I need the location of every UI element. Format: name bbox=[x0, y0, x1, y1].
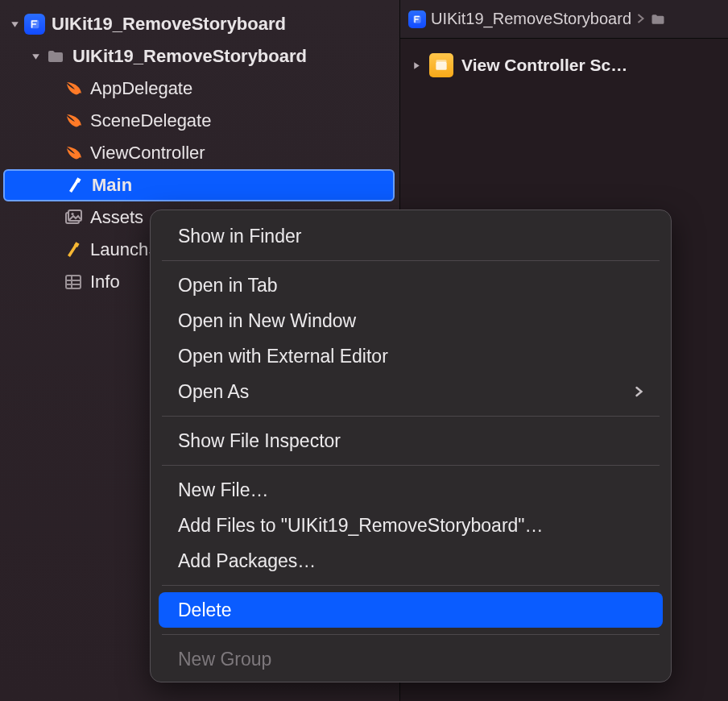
menu-item-label: Add Files to "UIKit19_RemoveStoryboard"… bbox=[178, 515, 544, 537]
menu-item-label: Open As bbox=[178, 381, 249, 403]
swift-file-icon bbox=[63, 143, 84, 164]
menu-delete[interactable]: Delete bbox=[159, 592, 663, 628]
menu-separator bbox=[162, 260, 660, 261]
project-name: UIKit19_RemoveStoryboard bbox=[52, 14, 286, 35]
file-label: AppDelegate bbox=[90, 78, 192, 99]
project-row[interactable]: UIKit19_RemoveStoryboard bbox=[0, 8, 399, 40]
file-label: ViewController bbox=[90, 143, 205, 164]
menu-separator bbox=[162, 634, 660, 635]
chevron-right-icon bbox=[636, 10, 645, 28]
disclosure-triangle-icon[interactable] bbox=[29, 50, 42, 63]
menu-separator bbox=[162, 465, 660, 466]
menu-show-in-finder[interactable]: Show in Finder bbox=[159, 218, 663, 254]
xcode-project-icon bbox=[24, 14, 45, 35]
menu-new-group[interactable]: New Group bbox=[159, 641, 663, 677]
menu-separator bbox=[162, 416, 660, 417]
svg-point-4 bbox=[71, 213, 73, 215]
storyboard-file-icon bbox=[64, 175, 85, 196]
file-scenedelegate[interactable]: SceneDelegate bbox=[0, 105, 399, 137]
menu-item-label: Show in Finder bbox=[178, 226, 301, 247]
folder-icon bbox=[650, 11, 668, 27]
file-main-storyboard[interactable]: Main bbox=[3, 169, 395, 201]
menu-open-in-new-window[interactable]: Open in New Window bbox=[159, 303, 663, 338]
folder-row[interactable]: UIKit19_RemoveStoryboard bbox=[0, 40, 399, 73]
file-label: Info bbox=[90, 272, 120, 292]
menu-item-label: Show File Inspector bbox=[178, 430, 341, 452]
swift-file-icon bbox=[63, 78, 84, 99]
svg-rect-11 bbox=[436, 62, 446, 70]
menu-item-label: Add Packages… bbox=[178, 550, 316, 572]
context-menu: Show in Finder Open in Tab Open in New W… bbox=[150, 209, 672, 682]
storyboard-file-icon bbox=[63, 239, 84, 260]
menu-open-with-external-editor[interactable]: Open with External Editor bbox=[159, 338, 663, 374]
scene-icon bbox=[429, 53, 453, 77]
swift-file-icon bbox=[63, 110, 84, 131]
plist-file-icon bbox=[63, 272, 84, 292]
menu-item-label: New Group bbox=[178, 649, 271, 670]
disclosure-triangle-icon[interactable] bbox=[410, 59, 423, 72]
file-viewcontroller[interactable]: ViewController bbox=[0, 137, 399, 169]
svg-rect-6 bbox=[66, 276, 81, 288]
xcode-project-icon bbox=[408, 10, 426, 28]
document-outline-row[interactable]: View Controller Sc… bbox=[400, 39, 728, 92]
menu-item-label: Delete bbox=[178, 599, 231, 621]
file-appdelegate[interactable]: AppDelegate bbox=[0, 73, 399, 105]
chevron-right-icon bbox=[635, 381, 643, 403]
folder-name: UIKit19_RemoveStoryboard bbox=[72, 46, 307, 67]
menu-open-in-tab[interactable]: Open in Tab bbox=[159, 268, 663, 303]
file-label: Main bbox=[92, 175, 132, 196]
menu-add-packages[interactable]: Add Packages… bbox=[159, 543, 663, 579]
breadcrumb[interactable]: UIKit19_RemoveStoryboard bbox=[400, 0, 728, 39]
breadcrumb-item[interactable]: UIKit19_RemoveStoryboard bbox=[431, 10, 631, 28]
menu-item-label: Open with External Editor bbox=[178, 346, 388, 367]
menu-item-label: Open in Tab bbox=[178, 275, 278, 297]
menu-item-label: New File… bbox=[178, 479, 268, 501]
folder-icon bbox=[45, 46, 66, 67]
assets-file-icon bbox=[63, 207, 84, 228]
menu-item-label: Open in New Window bbox=[178, 310, 356, 332]
svg-rect-12 bbox=[436, 60, 446, 62]
outline-item-label: View Controller Sc… bbox=[461, 56, 627, 75]
menu-show-file-inspector[interactable]: Show File Inspector bbox=[159, 423, 663, 458]
menu-open-as[interactable]: Open As bbox=[159, 374, 663, 409]
menu-separator bbox=[162, 585, 660, 586]
menu-add-files-to[interactable]: Add Files to "UIKit19_RemoveStoryboard"… bbox=[159, 508, 663, 543]
file-label: Assets bbox=[90, 207, 143, 228]
file-label: SceneDelegate bbox=[90, 110, 211, 131]
menu-new-file[interactable]: New File… bbox=[159, 472, 663, 508]
disclosure-triangle-icon[interactable] bbox=[8, 18, 21, 31]
